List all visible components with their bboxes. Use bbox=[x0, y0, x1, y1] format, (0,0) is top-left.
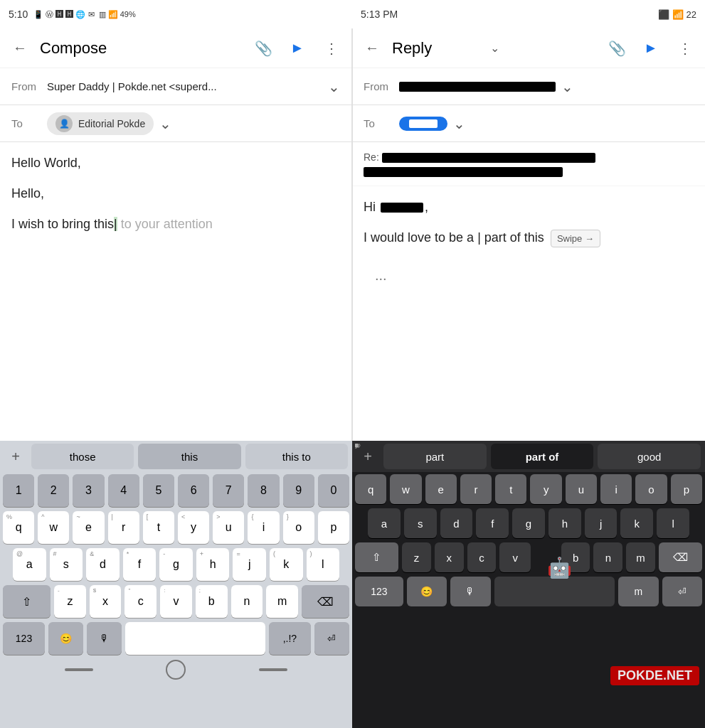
rkey-n[interactable]: n bbox=[593, 542, 622, 572]
right-suggestion-2[interactable]: part of bbox=[491, 444, 594, 469]
swipe-button[interactable]: Swipe → bbox=[551, 230, 600, 248]
key-backspace[interactable]: ⌫ bbox=[302, 585, 349, 618]
key-n[interactable]: n bbox=[231, 585, 263, 618]
rkey-j[interactable]: =j bbox=[585, 508, 617, 538]
key-h[interactable]: +h bbox=[196, 548, 230, 581]
rkey-shift[interactable]: ⇧ bbox=[355, 542, 398, 572]
key-g[interactable]: -g bbox=[159, 548, 193, 581]
key-3[interactable]: 3 bbox=[73, 474, 104, 507]
key-4[interactable]: 4 bbox=[108, 474, 139, 507]
rkey-emoji[interactable]: 😊 bbox=[407, 577, 447, 606]
key-k[interactable]: (k bbox=[270, 548, 303, 581]
rkey-enter[interactable]: ⏎ bbox=[662, 577, 702, 606]
key-1[interactable]: 1 bbox=[3, 474, 34, 507]
rkey-voice[interactable]: 🎙 bbox=[450, 577, 490, 606]
rkey-y[interactable]: 6y bbox=[530, 474, 561, 504]
key-d[interactable]: &d bbox=[86, 548, 120, 581]
rkey-v[interactable]: v bbox=[499, 542, 531, 572]
rkey-s[interactable]: #s bbox=[404, 508, 437, 538]
rkey-d[interactable]: &d bbox=[440, 508, 473, 538]
rkey-t[interactable]: 5t bbox=[495, 474, 526, 504]
key-m[interactable]: m bbox=[266, 585, 298, 618]
key-emoji[interactable]: 😊 bbox=[48, 622, 83, 655]
key-u[interactable]: >u bbox=[213, 511, 244, 544]
rkey-h[interactable]: +h bbox=[548, 508, 581, 538]
key-t[interactable]: [t bbox=[143, 511, 174, 544]
rkey-l[interactable]: )l bbox=[657, 508, 689, 538]
rkey-123[interactable]: 123 bbox=[355, 577, 403, 606]
key-c[interactable]: "c bbox=[124, 585, 157, 618]
right-suggestion-1[interactable]: part bbox=[383, 444, 487, 469]
key-2[interactable]: 2 bbox=[38, 474, 69, 507]
key-punctuation[interactable]: ,.!? bbox=[269, 622, 311, 655]
to-chip[interactable]: 👤 Editorial Pokde bbox=[47, 112, 154, 135]
rkey-p[interactable]: 0p bbox=[671, 474, 702, 504]
left-suggestion-3[interactable]: this to bbox=[245, 444, 348, 469]
back-button[interactable]: ← bbox=[6, 34, 34, 63]
rkey-c[interactable]: c bbox=[467, 542, 497, 572]
key-w[interactable]: ^w bbox=[38, 511, 69, 544]
key-f[interactable]: *f bbox=[123, 548, 157, 581]
send-button[interactable]: ► bbox=[283, 34, 312, 63]
left-suggestion-1[interactable]: those bbox=[31, 444, 134, 469]
key-space[interactable] bbox=[125, 622, 265, 655]
reply-dropdown[interactable]: ⌄ bbox=[490, 41, 499, 55]
rkey-u[interactable]: 7u bbox=[566, 474, 597, 504]
reply-to-chip[interactable] bbox=[399, 117, 447, 131]
rkey-r[interactable]: 4r bbox=[460, 474, 492, 504]
key-enter[interactable]: ⏎ bbox=[314, 622, 349, 655]
right-suggestion-3[interactable]: good bbox=[598, 444, 701, 469]
key-z[interactable]: -z bbox=[54, 585, 86, 618]
rkey-w[interactable]: 2w bbox=[390, 474, 421, 504]
reply-body[interactable]: Hi , I would love to be a | part of this… bbox=[352, 186, 705, 304]
rkey-a[interactable]: @a bbox=[368, 508, 401, 538]
reply-send-button[interactable]: ► bbox=[637, 34, 665, 63]
compose-body[interactable]: Hello World, Hello, I wish to bring this… bbox=[0, 142, 351, 257]
rkey-f[interactable]: *f bbox=[476, 508, 509, 538]
key-l[interactable]: )l bbox=[307, 548, 340, 581]
key-p[interactable]: p bbox=[318, 511, 349, 544]
reply-attach-button[interactable]: 📎 bbox=[603, 34, 631, 63]
key-x[interactable]: $x bbox=[90, 585, 122, 618]
rkey-m2[interactable]: m bbox=[618, 577, 658, 606]
key-y[interactable]: <y bbox=[178, 511, 209, 544]
from-expand-icon[interactable]: ⌄ bbox=[328, 78, 340, 95]
rkey-m[interactable]: m bbox=[626, 542, 655, 572]
reply-to-expand[interactable]: ⌄ bbox=[453, 115, 465, 132]
rkey-g[interactable]: -g bbox=[512, 508, 545, 538]
key-8[interactable]: 8 bbox=[248, 474, 279, 507]
rkey-z[interactable]: z bbox=[402, 542, 431, 572]
rkey-e[interactable]: 3e bbox=[425, 474, 457, 504]
rkey-x[interactable]: x bbox=[435, 542, 464, 572]
key-v[interactable]: :v bbox=[160, 585, 192, 618]
reply-from-expand[interactable]: ⌄ bbox=[561, 78, 573, 95]
rkey-space[interactable] bbox=[494, 577, 615, 606]
rkey-k[interactable]: (k bbox=[620, 508, 653, 538]
left-suggestion-2[interactable]: this bbox=[138, 444, 240, 469]
key-o[interactable]: }o bbox=[283, 511, 314, 544]
rkey-o[interactable]: 9o bbox=[635, 474, 667, 504]
key-e[interactable]: ~e bbox=[73, 511, 104, 544]
key-i[interactable]: {i bbox=[248, 511, 279, 544]
key-shift[interactable]: ⇧ bbox=[3, 585, 51, 618]
rkey-q[interactable]: 1q bbox=[355, 474, 386, 504]
left-plus-button[interactable]: + bbox=[3, 444, 28, 469]
key-j[interactable]: =j bbox=[233, 548, 266, 581]
key-6[interactable]: 6 bbox=[178, 474, 209, 507]
more-button[interactable]: ⋮ bbox=[317, 34, 346, 63]
key-r[interactable]: |r bbox=[108, 511, 139, 544]
key-123[interactable]: 123 bbox=[3, 622, 45, 655]
reply-more-button[interactable]: ⋮ bbox=[671, 34, 699, 63]
rkey-i[interactable]: 8i bbox=[600, 474, 632, 504]
key-q[interactable]: %q bbox=[3, 511, 34, 544]
key-0[interactable]: 0 bbox=[318, 474, 349, 507]
to-expand-icon[interactable]: ⌄ bbox=[159, 115, 171, 132]
key-voice[interactable]: 🎙 bbox=[87, 622, 122, 655]
reply-to-field[interactable]: To ⌄ bbox=[352, 105, 705, 142]
rkey-backspace[interactable]: ⌫ bbox=[659, 542, 702, 572]
key-a[interactable]: @a bbox=[13, 548, 46, 581]
key-7[interactable]: 7 bbox=[213, 474, 244, 507]
reply-back-button[interactable]: ← bbox=[358, 34, 386, 63]
key-s[interactable]: #s bbox=[50, 548, 83, 581]
ellipsis[interactable]: ... bbox=[364, 259, 694, 291]
